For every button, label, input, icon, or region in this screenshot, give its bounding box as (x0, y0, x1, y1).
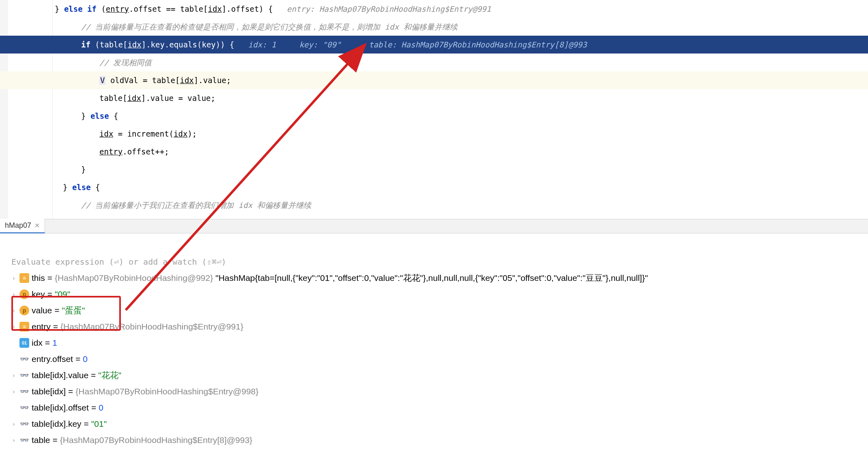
class-icon: ≡ (19, 273, 29, 283)
int-icon: 01 (19, 338, 29, 348)
chevron-right-icon[interactable]: › (11, 307, 17, 314)
evaluate-expression-input[interactable]: Evaluate expression (⏎) or add a watch (… (0, 254, 868, 270)
watch-icon: 👓 (19, 354, 29, 364)
tab-label: hMap07 (5, 221, 31, 230)
chevron-right-icon[interactable]: › (11, 372, 17, 379)
code-line[interactable]: idx = increment(idx); (0, 125, 868, 143)
watch-table[interactable]: › 👓 table = {HashMap07ByRobinHoodHashing… (0, 432, 868, 448)
tab-hmap07[interactable]: hMap07 ✕ (0, 219, 45, 233)
code-line[interactable]: // 当前偏移量小于我们正在查看的我们增加 idx 和偏移量并继续 (0, 196, 868, 214)
watch-entry-offset[interactable]: 👓 entry.offset = 0 (0, 351, 868, 367)
code-line[interactable]: V oldVal = table[idx].value; (0, 71, 868, 89)
code-line[interactable]: entry.offset++; (0, 143, 868, 161)
watch-table-idx[interactable]: › 👓 table[idx] = {HashMap07ByRobinHoodHa… (0, 383, 868, 400)
watch-icon: 👓 (19, 387, 29, 396)
variable-key[interactable]: › p key = "09" (0, 286, 868, 302)
watch-icon: 👓 (19, 435, 29, 445)
param-icon: p (19, 306, 29, 315)
variable-entry[interactable]: › ≡ entry = {HashMap07ByRobinHoodHashing… (0, 319, 868, 335)
variable-value[interactable]: › p value = "蛋蛋" (0, 302, 868, 319)
variable-idx[interactable]: 01 idx = 1 (0, 335, 868, 351)
watch-table-idx-value[interactable]: › 👓 table[idx].value = "花花" (0, 367, 868, 383)
code-line[interactable]: } else { (0, 107, 868, 125)
chevron-right-icon[interactable]: › (11, 275, 17, 281)
variable-this[interactable]: › ≡ this = {HashMap07ByRobinHoodHashing@… (0, 270, 868, 286)
chevron-right-icon[interactable]: › (11, 421, 17, 427)
code-line[interactable]: table[idx].value = value; (0, 89, 868, 107)
tab-bar: hMap07 ✕ (0, 219, 868, 233)
code-line[interactable]: } else { (0, 178, 868, 196)
watch-table-idx-key[interactable]: › 👓 table[idx].key = "01" (0, 416, 868, 432)
code-line[interactable]: // 发现相同值 (0, 54, 868, 71)
class-icon: ≡ (19, 322, 29, 332)
code-editor[interactable]: } else if (entry.offset == table[idx].of… (0, 0, 868, 219)
chevron-right-icon[interactable]: › (11, 437, 17, 443)
debug-variables-panel: Evaluate expression (⏎) or add a watch (… (0, 233, 868, 448)
param-icon: p (19, 289, 29, 299)
watch-icon: 👓 (19, 403, 29, 413)
chevron-right-icon[interactable]: › (11, 291, 17, 297)
code-line[interactable]: } (0, 161, 868, 178)
code-line[interactable]: } else if (entry.offset == table[idx].of… (0, 0, 868, 18)
close-icon[interactable]: ✕ (34, 222, 40, 229)
watch-icon: 👓 (19, 370, 29, 380)
chevron-right-icon[interactable]: › (11, 388, 17, 395)
watch-table-idx-offset[interactable]: 👓 table[idx].offset = 0 (0, 400, 868, 416)
chevron-right-icon[interactable]: › (11, 323, 17, 330)
code-line[interactable]: // 当前偏移量与正在查看的检查键是否相同，如果是则它们交换值，如果不是，则增加… (0, 18, 868, 36)
watch-icon: 👓 (19, 419, 29, 429)
breakpoint-line[interactable]: if (table[idx].key.equals(key)) { idx: 1… (0, 36, 868, 54)
